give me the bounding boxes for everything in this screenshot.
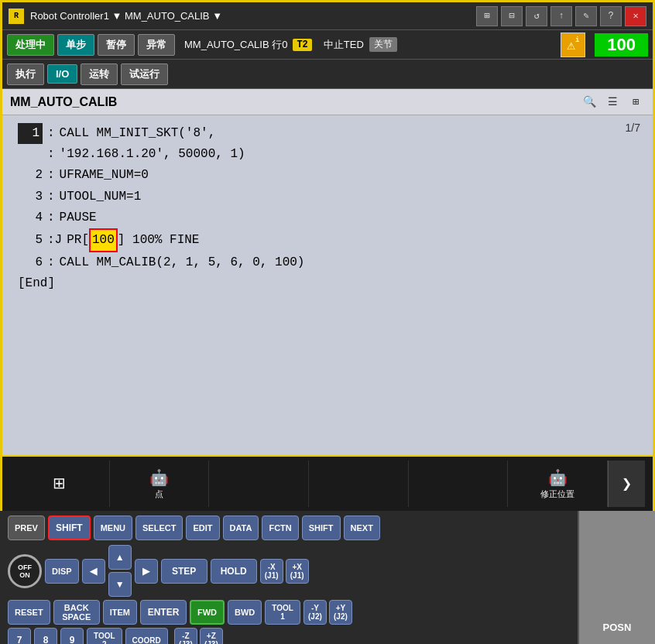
kb-fwd[interactable]: FWD [190, 600, 225, 625]
kb-edit[interactable]: EDIT [186, 516, 219, 540]
grid-icon: ⊞ [53, 474, 66, 492]
icon-refresh[interactable]: ↺ [526, 6, 547, 26]
correct-robot-icon: 🤖 [548, 468, 568, 487]
fn-btn-next-arrow[interactable]: ❯ [608, 461, 645, 507]
btn-pause[interactable]: 暂停 [98, 34, 135, 56]
code-line-end: [End] [18, 273, 637, 294]
kb-off-on[interactable]: OFF ON [8, 554, 42, 588]
code-content-1b: '192.168.1.20', 50000, 1) [60, 144, 245, 165]
code-area: 1/7 1 : CALL MM_INIT_SKT('8', : '192.168… [2, 115, 653, 455]
bottom-toolbar: ⊞ 🤖 点 🤖 修正位置 ❯ [2, 455, 653, 511]
btn-io[interactable]: I/O [47, 64, 77, 84]
status-text: MM_AUTO_CALIB 行0 [184, 38, 287, 52]
kb-zminus[interactable]: -Z(J3) [174, 628, 197, 644]
kb-xplus[interactable]: +X(J1) [286, 559, 309, 584]
kb-tool1[interactable]: TOOL1 [265, 600, 300, 625]
kb-disp[interactable]: DISP [45, 559, 79, 584]
kb-7[interactable]: 7 [8, 628, 31, 644]
kb-arrow-up[interactable]: ▲ [108, 545, 132, 570]
btn-trial[interactable]: 试运行 [121, 63, 168, 85]
colon-1b: : [47, 144, 55, 165]
line-num-3: 3 [18, 187, 43, 207]
btn-run[interactable]: 运转 [81, 63, 118, 85]
kb-tool2[interactable]: TOOL2 [87, 628, 122, 644]
prog-icons: 🔍 ☰ ⊞ [580, 93, 645, 111]
warning-icon[interactable]: ⚠i [561, 33, 585, 57]
prog-header: MM_AUTO_CALIB 🔍 ☰ ⊞ [2, 89, 653, 115]
keyboard-row1: PREV SHIFT MENU SELECT EDIT DATA FCTN SH… [0, 511, 655, 543]
kb-prev[interactable]: PREV [8, 516, 45, 540]
icon-minus[interactable]: ⊟ [501, 6, 523, 26]
menu-icon[interactable]: ☰ [603, 93, 622, 111]
fn-btn-4[interactable] [309, 461, 409, 507]
layout-icon[interactable]: ⊞ [626, 93, 645, 111]
icon-edit[interactable]: ✎ [575, 6, 597, 26]
keyboard-row3: RESET BACKSPACE ITEM ENTER FWD BWD TOOL1… [0, 598, 655, 626]
kb-coord[interactable]: COORD [125, 628, 168, 644]
outer-frame: R Robot Controller1 ▼ MM_AUTO_CALIB ▼ ⊞ … [0, 0, 655, 511]
icon-grid[interactable]: ⊞ [476, 6, 498, 26]
kb-arrow-right[interactable]: ▶ [135, 559, 158, 584]
kb-next[interactable]: NEXT [344, 516, 380, 540]
kb-enter[interactable]: ENTER [140, 600, 187, 625]
kb-arrow-left[interactable]: ◀ [82, 559, 105, 584]
kb-shift-right[interactable]: SHIFT [302, 516, 341, 540]
btn-processing[interactable]: 处理中 [7, 34, 54, 56]
code-line-3: 3 : UTOOL_NUM=1 [18, 187, 637, 207]
tag-t2: T2 [293, 39, 311, 51]
robot-icon: 🤖 [149, 468, 169, 487]
status-text2: 中止TED [324, 38, 364, 52]
colon-5: :J [47, 230, 62, 251]
btn-execute[interactable]: 执行 [7, 63, 44, 85]
code-content-2: UFRAME_NUM=0 [60, 165, 149, 186]
zoom-icon[interactable]: 🔍 [580, 93, 598, 111]
fn-btn-correct[interactable]: 🤖 修正位置 [508, 461, 608, 507]
title-bar-icons: ⊞ ⊟ ↺ ↑ ✎ ? ✕ [476, 6, 646, 26]
kb-xminus[interactable]: -X(J1) [260, 559, 283, 584]
icon-help[interactable]: ? [600, 6, 622, 26]
page-num: 1/7 [626, 122, 640, 134]
title-bar-text: Robot Controller1 ▼ MM_AUTO_CALIB ▼ [30, 10, 476, 22]
kb-item[interactable]: ITEM [103, 600, 137, 625]
btn-step[interactable]: 单步 [57, 34, 94, 56]
kb-yminus[interactable]: -Y(J2) [303, 600, 327, 625]
colon-2: : [47, 165, 55, 186]
icon-up[interactable]: ↑ [550, 6, 572, 26]
kb-8[interactable]: 8 [34, 628, 57, 644]
colon-4: : [47, 207, 55, 228]
code-content-6: CALL MM_CALIB(2, 1, 5, 6, 0, 100) [60, 252, 305, 273]
code-line-4: 4 : PAUSE [18, 207, 637, 228]
line-num-4: 4 [18, 207, 43, 228]
colon-1: : [47, 123, 55, 144]
line-num-1[interactable]: 1 [18, 123, 43, 144]
kb-arrow-down[interactable]: ▼ [108, 572, 132, 597]
kb-zplus[interactable]: +Z(J3) [200, 628, 223, 644]
kb-reset[interactable]: RESET [8, 600, 50, 625]
kb-hold[interactable]: HOLD [211, 559, 257, 584]
code-content-5-pre: PR[ [67, 230, 89, 251]
kb-menu[interactable]: MENU [94, 516, 132, 540]
kb-bwd[interactable]: BWD [228, 600, 262, 625]
icon-close[interactable]: ✕ [625, 6, 646, 26]
code-line-1b: : '192.168.1.20', 50000, 1) [18, 144, 637, 165]
fn-btn-3[interactable] [209, 461, 309, 507]
kb-backspace[interactable]: BACKSPACE [53, 600, 100, 625]
kb-select[interactable]: SELECT [135, 516, 183, 540]
code-line-6: 6 : CALL MM_CALIB(2, 1, 5, 6, 0, 100) [18, 252, 637, 273]
fn-btn-robot[interactable]: 🤖 点 [110, 461, 210, 507]
toolbar2: 执行 I/O 运转 试运行 [2, 60, 653, 89]
fn-label-point: 点 [155, 488, 163, 500]
kb-shift-left[interactable]: SHIFT [48, 516, 91, 540]
fn-btn-5[interactable] [409, 461, 509, 507]
code-line-2: 2 : UFRAME_NUM=0 [18, 165, 637, 186]
main-content: R Robot Controller1 ▼ MM_AUTO_CALIB ▼ ⊞ … [2, 2, 653, 511]
kb-yplus[interactable]: +Y(J2) [329, 600, 352, 625]
fn-btn-grid[interactable]: ⊞ [10, 461, 110, 507]
kb-9[interactable]: 9 [60, 628, 84, 644]
fn-label-correct: 修正位置 [540, 488, 574, 500]
btn-error[interactable]: 异常 [138, 34, 175, 56]
kb-fctn[interactable]: FCTN [262, 516, 298, 540]
posn-text: POSN [603, 622, 632, 633]
kb-data[interactable]: DATA [223, 516, 259, 540]
kb-step[interactable]: STEP [161, 559, 207, 584]
